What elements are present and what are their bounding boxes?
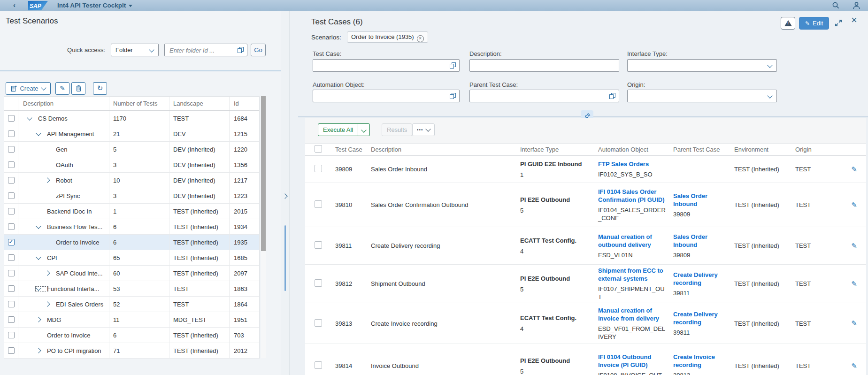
- column-header-description[interactable]: Description: [367, 144, 516, 155]
- left-scrollbar[interactable]: [261, 96, 266, 358]
- go-button[interactable]: Go: [251, 44, 266, 56]
- automation-object-link[interactable]: IFI 0104 Sales Order Confirmation (PI GU…: [598, 188, 666, 204]
- parent-test-case-link[interactable]: Sales Order Inbound: [673, 192, 727, 208]
- row-checkbox[interactable]: [8, 347, 15, 354]
- close-icon[interactable]: ×: [851, 15, 857, 25]
- scenario-token[interactable]: Order to Invoice (1935)×: [347, 31, 428, 43]
- row-checkbox[interactable]: [315, 361, 322, 369]
- delete-scenario-button[interactable]: [71, 82, 85, 95]
- tree-expand-icon[interactable]: [27, 115, 32, 120]
- execute-all-button[interactable]: Execute All: [318, 123, 370, 136]
- tree-row[interactable]: Order to Invoice 6 TEST (Inherited) 1935: [4, 235, 259, 250]
- tree-expand-icon[interactable]: [45, 301, 50, 306]
- enter-fullscreen-icon[interactable]: [834, 19, 843, 27]
- tree-row[interactable]: EDI Sales Orders 52 TEST 1864: [4, 297, 259, 312]
- edit-row-icon[interactable]: ✎: [851, 319, 857, 327]
- row-checkbox[interactable]: [315, 279, 322, 287]
- row-checkbox[interactable]: [8, 146, 15, 153]
- test-case-row[interactable]: 39810 Sales Order Confirmation Outbound …: [305, 183, 866, 227]
- search-icon[interactable]: [832, 1, 840, 9]
- description-filter-input[interactable]: [469, 59, 619, 72]
- tree-expand-icon[interactable]: [45, 177, 50, 183]
- parent-test-case-link[interactable]: Create Delivery recording: [673, 271, 727, 287]
- value-help-icon[interactable]: [609, 93, 615, 99]
- tree-expand-icon[interactable]: [36, 254, 41, 260]
- row-checkbox[interactable]: [8, 177, 15, 184]
- edit-row-icon[interactable]: ✎: [851, 165, 857, 173]
- tree-row[interactable]: Robot 10 DEV (Inherited) 1217: [4, 173, 259, 188]
- column-header-automation-object[interactable]: Automation Object: [594, 144, 669, 155]
- token-remove-icon[interactable]: ×: [417, 35, 424, 42]
- row-checkbox[interactable]: [8, 192, 15, 199]
- test-case-row[interactable]: 39813 Create Invoice recording ECATT Tes…: [305, 303, 866, 344]
- tree-row[interactable]: Functional Interfa... 53 TEST 1863: [4, 281, 259, 297]
- tree-expand-icon[interactable]: [36, 130, 41, 136]
- tree-row[interactable]: OAuth 3 DEV (Inherited) 1356: [4, 157, 259, 173]
- column-header-id[interactable]: Id: [230, 97, 259, 110]
- user-profile-icon[interactable]: [853, 1, 860, 9]
- test-case-row[interactable]: 39814 Invoice Outbound PI E2E Outbound 5…: [305, 344, 866, 375]
- create-button[interactable]: Create: [6, 82, 51, 95]
- row-checkbox[interactable]: [315, 319, 322, 327]
- left-scrollbar-thumb[interactable]: [261, 96, 266, 251]
- value-help-icon[interactable]: [450, 62, 456, 69]
- column-header-description[interactable]: Description: [18, 97, 109, 110]
- app-title-menu[interactable]: Int4 API Tester Cockpit: [57, 0, 132, 11]
- splitter-expand-icon[interactable]: [283, 191, 287, 200]
- automation-object-link[interactable]: Shipment from ECC to external systems: [598, 267, 666, 283]
- test-case-filter-input[interactable]: [313, 59, 460, 72]
- tree-row[interactable]: Gen 5 DEV (Inherited) 1220: [4, 142, 259, 157]
- row-checkbox[interactable]: [8, 332, 15, 338]
- column-header-origin[interactable]: Origin: [791, 144, 842, 155]
- tree-row[interactable]: CPI 65 TEST (Inherited) 1685: [4, 250, 259, 266]
- edit-row-icon[interactable]: ✎: [851, 201, 857, 209]
- tree-row[interactable]: Backend IDoc In 1 TEST (Inherited) 2015: [4, 204, 259, 219]
- row-checkbox[interactable]: [8, 115, 15, 122]
- folder-id-input[interactable]: [169, 45, 240, 56]
- panel-splitter[interactable]: [281, 11, 290, 375]
- edit-row-icon[interactable]: ✎: [851, 280, 857, 288]
- value-help-icon[interactable]: [238, 47, 244, 53]
- tree-row[interactable]: CS Demos 1170 TEST 1684: [4, 111, 259, 126]
- parent-test-case-link[interactable]: Create Delivery recording: [673, 310, 727, 326]
- row-checkbox[interactable]: [8, 130, 15, 137]
- tree-expand-icon[interactable]: [36, 348, 41, 353]
- overflow-button[interactable]: •••: [412, 123, 435, 136]
- tree-row[interactable]: MDG 11 MDG_TEST 1951: [4, 312, 259, 328]
- refresh-button[interactable]: ↻: [93, 82, 107, 95]
- edit-row-icon[interactable]: ✎: [851, 362, 857, 370]
- tree-expand-icon[interactable]: [36, 285, 41, 291]
- row-checkbox[interactable]: [315, 241, 322, 249]
- test-case-row[interactable]: 39809 Sales Order Inbound PI GUID E2E In…: [305, 156, 866, 183]
- row-checkbox[interactable]: [8, 316, 15, 323]
- edit-button[interactable]: ✎Edit: [799, 17, 829, 30]
- column-header-interface-type[interactable]: Interface Type: [516, 144, 594, 155]
- column-header-number-of-tests[interactable]: Number of Tests: [109, 97, 169, 110]
- parent-test-case-link[interactable]: Create Invoice recording: [673, 353, 727, 369]
- column-header-test-case[interactable]: Test Case: [331, 144, 367, 155]
- column-header-environment[interactable]: Environment: [730, 144, 791, 155]
- messages-button[interactable]: !: [781, 17, 795, 30]
- row-checkbox[interactable]: [8, 161, 15, 168]
- column-header-parent-test-case[interactable]: Parent Test Case: [669, 144, 730, 155]
- tree-row[interactable]: SAP Cloud Inte... 60 TEST (Inherited) 20…: [4, 266, 259, 281]
- interface-type-filter-select[interactable]: [627, 59, 777, 72]
- back-icon[interactable]: ‹: [13, 0, 15, 10]
- row-checkbox[interactable]: [8, 270, 15, 276]
- tree-expand-icon[interactable]: [36, 223, 41, 229]
- results-button[interactable]: Results: [382, 123, 412, 136]
- select-all-checkbox[interactable]: [315, 145, 322, 153]
- row-checkbox[interactable]: [8, 301, 15, 307]
- test-case-row[interactable]: 39811 Create Delivery recording ECATT Te…: [305, 227, 866, 265]
- row-checkbox[interactable]: [315, 200, 322, 208]
- row-checkbox[interactable]: [8, 223, 15, 230]
- automation-object-link[interactable]: IFI 0104 Outbound Invoice (PI GUID): [598, 353, 666, 369]
- tree-expand-icon[interactable]: [45, 270, 50, 276]
- column-header-landscape[interactable]: Landscape: [169, 97, 230, 110]
- automation-object-link[interactable]: Manual creation of invoice from delivery: [598, 306, 666, 322]
- execute-all-menu-arrow[interactable]: [358, 124, 369, 136]
- row-checkbox[interactable]: [8, 285, 15, 292]
- automation-object-link[interactable]: Manual creation of outbound delivery: [598, 233, 666, 249]
- tree-row[interactable]: Order to Invoice 6 TEST (Inherited) 703: [4, 328, 259, 343]
- quick-access-type-select[interactable]: Folder: [111, 44, 159, 56]
